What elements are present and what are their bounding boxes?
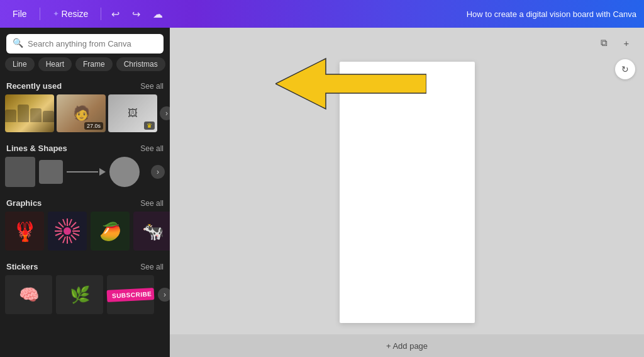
shape-square-1[interactable] (5, 157, 35, 187)
circle-shape (109, 157, 140, 187)
recently-used-header: Recently used See all (0, 76, 170, 94)
svg-line-8 (71, 235, 76, 240)
recent-image-3[interactable]: 🖼 ♛ (108, 94, 157, 132)
svg-line-11 (73, 227, 79, 229)
stickers-title: Stickers (6, 262, 38, 271)
shapes-row: › (0, 157, 170, 193)
recent-image-2[interactable]: 🧑 27.0s (57, 94, 106, 132)
svg-line-13 (69, 237, 72, 243)
graphics-header: Graphics See all (0, 193, 170, 212)
svg-point-0 (64, 227, 71, 235)
svg-line-10 (69, 219, 72, 225)
square-shape (5, 157, 35, 187)
graphics-title: Graphics (6, 198, 42, 208)
canvas-area: ⧉ + ↻ + Add page (170, 28, 644, 357)
chip-christmas[interactable]: Christmas (116, 57, 165, 71)
chip-frame[interactable]: Frame (75, 57, 113, 71)
add-page-label: + Add page (386, 341, 428, 351)
duplicate-button[interactable]: ⧉ (595, 34, 613, 52)
stickers-row: 🧠 🌿 SUBSCRIBE › (0, 275, 170, 320)
search-input[interactable] (6, 34, 164, 54)
small-square-shape (39, 160, 63, 184)
recently-used-see-all[interactable]: See all (140, 82, 164, 91)
svg-line-7 (58, 235, 64, 240)
graphics-see-all[interactable]: See all (140, 199, 164, 208)
divider2 (101, 8, 101, 20)
shape-circle[interactable] (109, 157, 140, 187)
resize-button[interactable]: ✦ Resize (48, 6, 94, 21)
canvas-toolbar: ⧉ + (595, 34, 635, 52)
cloud-save-button[interactable]: ☁ (150, 6, 165, 23)
stickers-header: Stickers See all (0, 257, 170, 275)
topbar-left: File ✦ Resize ↩ ↪ ☁ (8, 6, 165, 23)
svg-line-12 (73, 233, 79, 235)
main-layout: 🔍 Line Heart Frame Christmas › Recently … (0, 28, 644, 357)
divider (40, 8, 40, 20)
sidebar: 🔍 Line Heart Frame Christmas › Recently … (0, 28, 170, 357)
chips-row: Line Heart Frame Christmas › (0, 57, 170, 76)
page-title: How to create a digital vision board wit… (467, 9, 636, 19)
redo-button[interactable]: ↪ (130, 6, 143, 23)
lines-shapes-header: Lines & Shapes See all (0, 139, 170, 157)
topbar: File ✦ Resize ↩ ↪ ☁ How to create a digi… (0, 0, 644, 28)
recent-image-1[interactable] (5, 94, 54, 132)
duration-badge: 27.0s (84, 122, 103, 130)
svg-line-9 (63, 219, 65, 225)
stickers-see-all[interactable]: See all (140, 263, 164, 271)
svg-line-15 (55, 233, 62, 235)
chip-heart[interactable]: Heart (38, 57, 72, 71)
stickers-next-btn[interactable]: › (158, 288, 170, 302)
search-wrapper: 🔍 (0, 28, 170, 57)
svg-line-5 (58, 222, 64, 227)
images-next-btn[interactable]: › (160, 106, 170, 120)
add-page-icon-button[interactable]: + (618, 34, 635, 52)
line-shape (67, 171, 98, 173)
arrow-head-shape (99, 168, 106, 176)
chip-line[interactable]: Line (5, 57, 35, 71)
svg-line-14 (63, 237, 65, 243)
lines-shapes-see-all[interactable]: See all (140, 144, 164, 153)
shapes-next-btn[interactable]: › (151, 165, 165, 179)
resize-icon: ✦ (53, 9, 59, 18)
sunburst-graphic (52, 216, 82, 246)
sticker-2[interactable]: 🌿 (56, 275, 103, 314)
title-area: How to create a digital vision board wit… (175, 9, 636, 19)
sticker-subscribe[interactable]: SUBSCRIBE (107, 275, 154, 314)
sticker-1[interactable]: 🧠 (5, 275, 52, 314)
add-page-bar[interactable]: + Add page (170, 334, 644, 357)
lines-shapes-title: Lines & Shapes (6, 144, 67, 153)
svg-line-16 (55, 227, 62, 229)
shape-line-arrow[interactable] (67, 168, 106, 176)
recently-used-images: 🧑 27.0s 🖼 ♛ › (0, 94, 170, 139)
svg-line-6 (71, 222, 76, 227)
shape-square-2[interactable] (39, 160, 63, 184)
recently-used-title: Recently used (6, 81, 62, 91)
crown-badge: ♛ (144, 122, 155, 130)
refresh-button[interactable]: ↻ (615, 59, 635, 79)
person-group (5, 102, 54, 125)
graphics-row: 🦞 (0, 212, 170, 257)
undo-button[interactable]: ↩ (109, 6, 122, 23)
white-canvas[interactable] (340, 62, 475, 323)
graphic-1[interactable]: 🦞 (5, 212, 44, 251)
subscribe-sticker-text: SUBSCRIBE (107, 288, 155, 302)
graphic-3[interactable]: 🥭 (91, 212, 130, 251)
graphic-4[interactable]: 🐄 (133, 212, 170, 251)
file-menu[interactable]: File (8, 6, 32, 21)
graphic-2[interactable] (48, 212, 87, 251)
